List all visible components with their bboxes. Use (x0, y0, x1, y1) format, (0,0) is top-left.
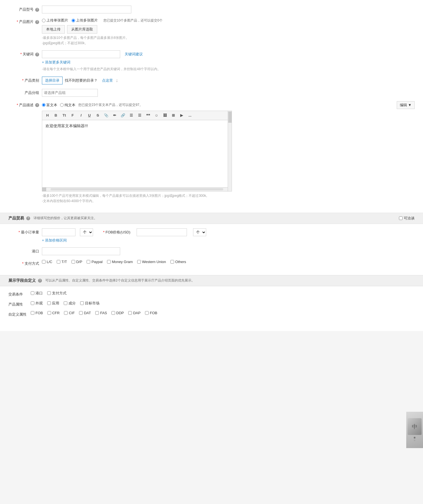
toolbar-u-btn[interactable]: U (86, 112, 93, 119)
rich-text-radio[interactable]: 富文本 (42, 103, 57, 108)
moq-input[interactable] (42, 228, 75, 236)
toolbar-link-btn[interactable]: 🔗 (119, 112, 127, 119)
keyword-suggest-link[interactable]: 关键词建议 (125, 52, 143, 57)
editor-toolbar: H B Tt F I U S 📎 ✏ 🔗 ☰ ☰ ❝❝ ☺ 🖼 ⊞ ▶ (42, 111, 232, 120)
hscroll-left[interactable] (42, 187, 46, 191)
product-type-help-icon[interactable]: ? (35, 8, 39, 12)
toolbar-paperclip-btn[interactable]: 📎 (103, 112, 110, 119)
toolbar-table-btn[interactable]: ⊞ (170, 112, 177, 119)
payment-dp-checkbox[interactable] (72, 260, 75, 264)
payment-others: Others (170, 260, 186, 264)
keywords-label: 关键词 (23, 52, 34, 56)
ca-fob1-item: FOB (31, 311, 43, 315)
toolbar-i-btn[interactable]: I (77, 112, 85, 119)
payment-tt-checkbox[interactable] (57, 260, 60, 264)
payment-others-label: Others (175, 260, 186, 264)
product-attr-label: 产品属性 (8, 302, 23, 306)
custom-attr-label: 自定义属性 (8, 312, 27, 316)
product-type-label: 产品型号 (19, 7, 34, 11)
ca-fas-checkbox[interactable] (95, 311, 99, 315)
fob-unit-select[interactable]: 个 (193, 228, 206, 236)
toolbar-pencil-btn[interactable]: ✏ (111, 112, 118, 119)
category-click-here[interactable]: 点这里 (102, 78, 113, 83)
product-type-input[interactable] (42, 6, 131, 13)
tc-port-item: 港口 (31, 291, 43, 296)
ca-dat-checkbox[interactable] (79, 311, 83, 315)
ca-dat-item: DAT (79, 311, 91, 315)
single-image-label: 上传单张图片 (46, 18, 68, 23)
trade-section-header: 产品贸易 ? 详细填写您的报价，让其更易被买家关注。 可洽谈 (0, 213, 423, 224)
ca-cif-checkbox[interactable] (64, 311, 68, 315)
tc-port-checkbox[interactable] (31, 291, 34, 295)
payment-others-checkbox[interactable] (170, 260, 174, 264)
pa-composition-checkbox[interactable] (64, 301, 67, 305)
ca-ddp-item: DDP (111, 311, 124, 315)
ca-fob2-item: FOB (145, 311, 157, 315)
customize-section-header: 展示字段自定义 ? 可以从产品属性、自定义属性、交易条件中选择2个自定义信息用于… (0, 275, 423, 286)
toolbar-list2-btn[interactable]: ☰ (136, 112, 143, 119)
toolbar-more-btn[interactable]: ... (186, 112, 194, 119)
toolbar-list1-btn[interactable]: ☰ (128, 112, 135, 119)
ca-dat-label: DAT (84, 311, 91, 315)
product-image-label: 产品图片 (19, 20, 34, 24)
toolbar-tt-btn[interactable]: Tt (61, 112, 68, 119)
toolbar-h-btn[interactable]: H (44, 112, 51, 119)
editor-hscroll[interactable] (42, 187, 232, 191)
plain-text-radio[interactable]: 纯文本 (60, 103, 75, 108)
local-upload-btn[interactable]: 本地上传 (42, 25, 65, 34)
edit-dropdown-btn[interactable]: 编辑 ▼ (397, 101, 415, 109)
toolbar-video-btn[interactable]: ▶ (178, 112, 185, 119)
pa-appearance-checkbox[interactable] (31, 301, 34, 305)
tc-payment-label: 支付方式 (52, 291, 66, 296)
toolbar-f-btn[interactable]: F (69, 112, 76, 119)
tc-port-label: 港口 (35, 291, 43, 296)
customize-help-icon[interactable]: ? (38, 279, 42, 283)
payment-dp-label: D/P (76, 260, 82, 264)
add-keyword-link[interactable]: 添加更多关键词 (42, 60, 70, 65)
payment-paypal-checkbox[interactable] (87, 260, 90, 264)
toolbar-s-btn[interactable]: S (94, 112, 101, 119)
gallery-select-btn[interactable]: 从图片库选取 (67, 25, 97, 34)
single-image-radio[interactable]: 上传单张图片 (42, 18, 68, 23)
ca-cif-label: CIF (69, 311, 75, 315)
fob-label: FOB价格(USD) (106, 230, 130, 234)
ca-dap-checkbox[interactable] (128, 311, 132, 315)
ca-ddp-checkbox[interactable] (111, 311, 115, 315)
payment-westernunion-label: Western Union (142, 260, 166, 264)
toolbar-b-btn[interactable]: B (52, 112, 60, 119)
payment-westernunion-checkbox[interactable] (137, 260, 141, 264)
payment-moneygram-checkbox[interactable] (107, 260, 111, 264)
toolbar-image-btn[interactable]: 🖼 (161, 112, 168, 119)
image-hint2: -jpg或jpeg格式；不超过300k。 (42, 41, 415, 46)
editor-scrollbar[interactable] (228, 111, 232, 191)
fob-input[interactable] (137, 228, 187, 236)
toolbar-emoji-btn[interactable]: ☺ (153, 112, 160, 119)
negotiable-checkbox[interactable] (399, 216, 403, 220)
payment-paypal-label: Paypal (91, 260, 103, 264)
keywords-help-icon[interactable]: ? (35, 53, 39, 56)
hscroll-track (51, 188, 223, 190)
desc-help-icon[interactable]: ? (35, 103, 39, 107)
keyword-input[interactable] (42, 50, 120, 58)
multi-image-label: 上传多张图片 (76, 18, 98, 23)
pa-target-market-checkbox[interactable] (80, 301, 84, 305)
pa-appearance-label: 外观 (35, 301, 43, 306)
port-input[interactable] (42, 247, 120, 255)
group-input[interactable] (42, 89, 98, 97)
trade-help-icon[interactable]: ? (26, 216, 30, 220)
tc-payment-checkbox[interactable] (47, 291, 51, 295)
toolbar-quote-btn[interactable]: ❝❝ (144, 112, 152, 119)
pa-target-market-item: 目标市场 (80, 301, 99, 306)
pa-application-checkbox[interactable] (47, 301, 51, 305)
product-image-help-icon[interactable]: ? (35, 20, 39, 24)
multi-image-radio[interactable]: 上传多张图片 (72, 18, 98, 23)
editor-body[interactable]: 欢迎使用富文本编辑器!!! (42, 120, 232, 187)
add-price-range-link[interactable]: 添加价格区间 (42, 238, 67, 243)
ca-fob2-checkbox[interactable] (145, 311, 149, 315)
select-category-btn[interactable]: 选择目录 (42, 77, 63, 84)
ca-cfr-checkbox[interactable] (47, 311, 51, 315)
ca-fob1-checkbox[interactable] (31, 311, 34, 315)
payment-lc-checkbox[interactable] (42, 260, 46, 264)
pa-application-item: 应用 (47, 301, 59, 306)
moq-unit-select[interactable]: 个 (80, 228, 93, 236)
